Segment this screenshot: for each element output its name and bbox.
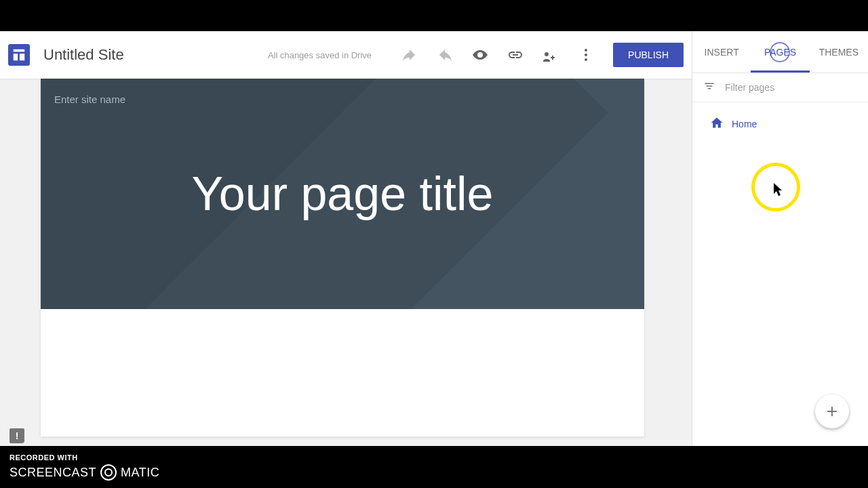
watermark-matic: MATIC [121, 466, 159, 480]
tab-pages[interactable]: PAGES [751, 31, 809, 73]
svg-rect-0 [14, 49, 25, 52]
redo-button[interactable] [437, 47, 453, 63]
watermark-brand: SCREENCAST MATIC [9, 464, 868, 481]
page-list: Home [692, 102, 868, 145]
letterbox-bottom: RECORDED WITH SCREENCAST MATIC [0, 446, 868, 488]
page-item-label: Home [732, 119, 757, 129]
more-button[interactable] [578, 47, 594, 63]
watermark-recorded: RECORDED WITH [9, 453, 868, 462]
preview-button[interactable] [472, 47, 488, 63]
undo-button[interactable] [401, 47, 418, 63]
svg-point-5 [585, 58, 587, 61]
add-page-fab[interactable]: + [815, 394, 849, 428]
letterbox-top [0, 0, 868, 31]
page-item-home[interactable]: Home [703, 110, 857, 137]
app-bar: Untitled Site All changes saved in Drive… [0, 31, 692, 79]
home-icon [710, 116, 724, 131]
tab-bar: INSERT PAGES THEMES [692, 31, 868, 73]
link-button[interactable] [507, 47, 524, 63]
app-logo-icon [8, 44, 30, 66]
filter-placeholder: Filter pages [725, 82, 774, 93]
feedback-button[interactable]: ! [9, 428, 24, 443]
tab-themes[interactable]: THEMES [810, 31, 868, 73]
click-ripple [770, 42, 790, 62]
svg-point-4 [585, 54, 587, 56]
site-name-input[interactable]: Enter site name [54, 94, 125, 105]
tab-insert[interactable]: INSERT [692, 31, 751, 73]
svg-point-3 [585, 49, 587, 52]
svg-rect-1 [14, 54, 18, 60]
save-status: All changes saved in Drive [268, 50, 372, 60]
toolbar: PUBLISH [401, 43, 684, 67]
filter-pages[interactable]: Filter pages [692, 73, 868, 102]
watermark-screencast: SCREENCAST [9, 466, 96, 480]
hero-section[interactable]: Enter site name Your page title [41, 79, 644, 309]
share-button[interactable] [542, 47, 559, 63]
editor-canvas[interactable]: Enter site name Your page title [41, 79, 644, 436]
right-panel: INSERT PAGES THEMES Filter pages Home + [692, 31, 868, 447]
svg-rect-2 [20, 54, 24, 60]
filter-icon [703, 80, 715, 95]
page-title[interactable]: Your page title [101, 167, 584, 222]
publish-button[interactable]: PUBLISH [613, 43, 684, 67]
watermark-o-icon [100, 464, 117, 481]
site-title[interactable]: Untitled Site [43, 46, 179, 64]
cursor-highlight [751, 163, 800, 211]
